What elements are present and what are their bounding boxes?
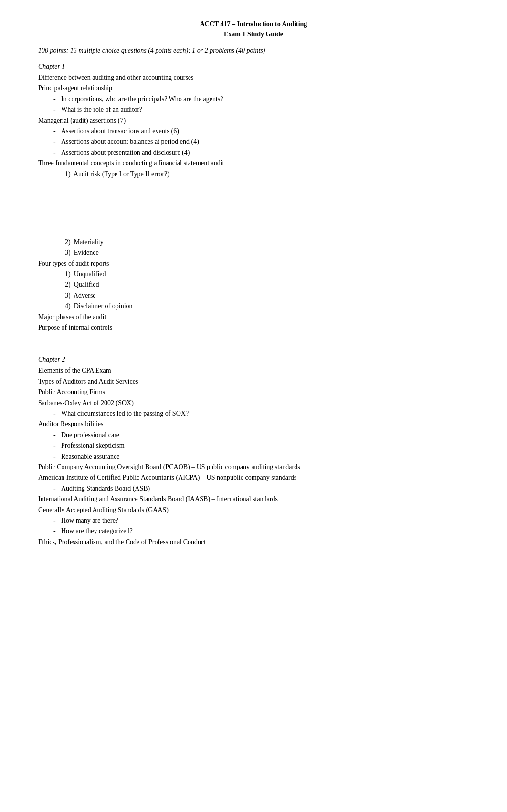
- ethics: Ethics, Professionalism, and the Code of…: [38, 537, 469, 547]
- purpose-internal-controls: Purpose of internal controls: [38, 322, 469, 333]
- audit-report-2: 3) Adverse: [61, 290, 469, 301]
- aicpa: American Institute of Certified Public A…: [38, 472, 469, 483]
- three-fundamental: Three fundamental concepts in conducting…: [38, 158, 469, 169]
- gaas: Generally Accepted Auditing Standards (G…: [38, 505, 469, 515]
- chapter2-item-0: Elements of the CPA Exam: [38, 365, 469, 376]
- numbered-item-3: 3) Evidence: [61, 247, 469, 258]
- page-header: ACCT 417 – Introduction to Auditing Exam…: [38, 19, 469, 39]
- audit-report-1: 2) Qualified: [61, 279, 469, 290]
- chapter1-item-0: Difference between auditing and other ac…: [38, 73, 469, 83]
- auditor-resp-list: Due professional care Professional skept…: [61, 430, 469, 462]
- numbered-item-1: 1) Audit risk (Type I or Type II error?): [61, 169, 469, 180]
- chapter2-item-3: Sarbanes-Oxley Act of 2002 (SOX): [38, 398, 469, 408]
- title-line2: Exam 1 Study Guide: [38, 29, 469, 39]
- sox-bullet-list: What circumstances led to the passing of…: [61, 408, 469, 419]
- gaas-bullet-1: How are they categorized?: [61, 526, 469, 536]
- numbered-list-1: 1) Audit risk (Type I or Type II error?): [61, 169, 469, 180]
- audit-report-0: 1) Unqualified: [61, 269, 469, 279]
- auditor-responsibilities: Auditor Responsibilities: [38, 419, 469, 429]
- managerial-bullets-list: Assertions about transactions and events…: [61, 126, 469, 158]
- chapter1-item-1: Principal-agent relationship: [38, 83, 469, 94]
- numbered-list-2: 2) Materiality 3) Evidence: [61, 237, 469, 258]
- auditor-resp-0: Due professional care: [61, 430, 469, 440]
- asb-list: Auditing Standards Board (ASB): [61, 483, 469, 494]
- title-line1: ACCT 417 – Introduction to Auditing: [38, 19, 469, 29]
- audit-report-3: 4) Disclaimer of opinion: [61, 301, 469, 311]
- auditor-resp-2: Reasonable assurance: [61, 451, 469, 462]
- sox-bullet-0: What circumstances led to the passing of…: [61, 408, 469, 419]
- pcaob: Public Company Accounting Oversight Boar…: [38, 462, 469, 472]
- numbered-item-2: 2) Materiality: [61, 237, 469, 247]
- four-types: Four types of audit reports: [38, 258, 469, 269]
- principal-agent-item-0: In corporations, who are the principals?…: [61, 94, 469, 105]
- principal-agent-list: In corporations, who are the principals?…: [61, 94, 469, 116]
- managerial-bullet-1: Assertions about account balances at per…: [61, 137, 469, 147]
- gaas-bullet-0: How many are there?: [61, 515, 469, 526]
- chapter2-item-2: Public Accounting Firms: [38, 387, 469, 397]
- major-phases: Major phases of the audit: [38, 312, 469, 322]
- audit-report-list: 1) Unqualified 2) Qualified 3) Adverse 4…: [61, 269, 469, 312]
- gaas-bullets-list: How many are there? How are they categor…: [61, 515, 469, 537]
- chapter2-heading: Chapter 2: [38, 356, 469, 363]
- iaasb: International Auditing and Assurance Sta…: [38, 494, 469, 504]
- asb-item-0: Auditing Standards Board (ASB): [61, 483, 469, 494]
- managerial-bullet-2: Assertions about presentation and disclo…: [61, 148, 469, 158]
- chapter2-item-1: Types of Auditors and Audit Services: [38, 376, 469, 387]
- chapter1-heading: Chapter 1: [38, 63, 469, 71]
- auditor-resp-1: Professional skepticism: [61, 440, 469, 451]
- managerial-assertions: Managerial (audit) assertions (7): [38, 116, 469, 126]
- managerial-bullet-0: Assertions about transactions and events…: [61, 126, 469, 137]
- principal-agent-item-1: What is the role of an auditor?: [61, 105, 469, 115]
- subtitle: 100 points: 15 multiple choice questions…: [38, 47, 469, 54]
